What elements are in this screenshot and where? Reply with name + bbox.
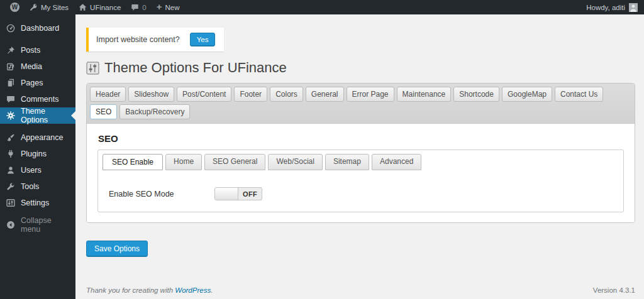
footer-thanks-text: Thank you for creating with xyxy=(86,286,173,294)
sidebar-item-settings[interactable]: Settings xyxy=(0,195,75,211)
seo-mode-toggle[interactable]: OFF xyxy=(214,187,262,200)
tab-row-2: SEO Backup/Recovery xyxy=(90,104,631,119)
sidebar-item-appearance[interactable]: Appearance xyxy=(0,129,75,146)
enable-seo-mode-label: Enable SEO Mode xyxy=(109,190,214,198)
sidebar-item-theme-options[interactable]: Theme Options xyxy=(0,107,75,124)
sidebar-item-label: Dashboard xyxy=(21,24,59,33)
home-icon xyxy=(79,3,87,11)
tab-seo[interactable]: SEO xyxy=(90,104,117,119)
tabs-header: Header Slideshow Post/Content Footer Col… xyxy=(87,84,635,124)
tab-slideshow[interactable]: Slideshow xyxy=(128,87,174,102)
pushpin-icon xyxy=(6,46,15,55)
page-title: Theme Options For UFinance xyxy=(86,60,635,76)
wordpress-link[interactable]: WordPress xyxy=(175,286,211,294)
admin-sidebar: Dashboard Posts Media Pages Comments The… xyxy=(0,14,75,299)
tab-error-page[interactable]: Error Page xyxy=(347,87,394,102)
sidebar-item-label: Settings xyxy=(21,198,49,207)
site-name-menu[interactable]: UFinance xyxy=(74,0,126,14)
user-icon xyxy=(6,166,15,175)
plug-icon xyxy=(6,150,15,158)
subtab-seo-enable[interactable]: SEO Enable xyxy=(103,154,163,170)
my-sites-label: My Sites xyxy=(41,4,69,11)
sidebar-item-label: Tools xyxy=(21,182,39,191)
tab-row-1: Header Slideshow Post/Content Footer Col… xyxy=(90,87,631,102)
sidebar-item-label: Theme Options xyxy=(21,107,72,124)
sidebar-item-comments[interactable]: Comments xyxy=(0,91,75,107)
save-options-button[interactable]: Save Options xyxy=(86,241,148,257)
sidebar-item-pages[interactable]: Pages xyxy=(0,75,75,91)
seo-panel-heading: SEO xyxy=(98,133,624,144)
subtab-advanced[interactable]: Advanced xyxy=(372,154,421,170)
sidebar-item-label: Appearance xyxy=(21,133,63,142)
subtab-home[interactable]: Home xyxy=(165,154,202,170)
admin-bar: W My Sites UFinance 0 + New Howdy, aditi xyxy=(0,0,644,14)
wrench-icon xyxy=(6,182,15,191)
my-sites-menu[interactable]: My Sites xyxy=(25,0,74,14)
tab-backup-recovery[interactable]: Backup/Recovery xyxy=(119,104,190,119)
sidebar-item-dashboard[interactable]: Dashboard xyxy=(0,20,75,36)
toggle-knob[interactable] xyxy=(215,188,238,200)
tab-colors[interactable]: Colors xyxy=(270,87,303,102)
footer-version: Version 4.3.1 xyxy=(593,286,635,294)
media-icon xyxy=(6,62,15,71)
sidebar-item-collapse-menu[interactable]: Collapse menu xyxy=(0,217,75,233)
page-title-text: Theme Options For UFinance xyxy=(104,60,287,76)
gear-icon xyxy=(6,111,15,120)
howdy-text: Howdy, aditi xyxy=(586,4,625,11)
seo-subtab-row: SEO Enable Home SEO General Web/Social S… xyxy=(103,154,617,170)
sidebar-item-label: Pages xyxy=(21,79,43,87)
new-content-menu[interactable]: + New xyxy=(152,0,185,14)
comments-icon xyxy=(6,95,15,104)
subtab-sitemap[interactable]: Sitemap xyxy=(325,154,369,170)
sidebar-item-posts[interactable]: Posts xyxy=(0,42,75,58)
tab-post-content[interactable]: Post/Content xyxy=(177,87,231,102)
subtab-seo-general[interactable]: SEO General xyxy=(204,154,265,170)
sidebar-item-label: Plugins xyxy=(21,150,47,158)
comments-menu[interactable]: 0 xyxy=(126,0,151,14)
sidebar-item-label: Media xyxy=(21,62,42,71)
new-label: New xyxy=(165,4,179,11)
pages-icon xyxy=(6,79,15,87)
tab-googlemap[interactable]: GoogleMap xyxy=(502,87,552,102)
tab-contact-us[interactable]: Contact Us xyxy=(555,87,603,102)
paintbrush-icon xyxy=(6,133,15,142)
wordpress-logo-icon: W xyxy=(10,3,19,12)
seo-tab-panel: SEO SEO Enable Home SEO General Web/Soci… xyxy=(87,124,635,222)
notice-text: Import website content? xyxy=(96,35,180,44)
comment-bubble-icon xyxy=(131,3,139,11)
collapse-arrow-icon xyxy=(6,220,15,229)
tab-footer[interactable]: Footer xyxy=(234,87,267,102)
network-key-icon xyxy=(30,3,38,11)
tab-general[interactable]: General xyxy=(306,87,344,102)
comment-count: 0 xyxy=(142,4,146,11)
import-content-notice: Import website content? Yes xyxy=(86,28,224,52)
content-area: Import website content? Yes Theme Option… xyxy=(75,14,644,299)
import-yes-button[interactable]: Yes xyxy=(190,33,216,46)
seo-subtabs-widget: SEO Enable Home SEO General Web/Social S… xyxy=(97,150,624,212)
subtab-web-social[interactable]: Web/Social xyxy=(268,154,322,170)
plus-icon: + xyxy=(157,2,162,11)
footer-thanks: Thank you for creating with WordPress. xyxy=(86,286,213,294)
tab-shortcode[interactable]: Shortcode xyxy=(453,87,499,102)
sidebar-item-label: Posts xyxy=(21,46,40,55)
wordpress-logo-menu[interactable]: W xyxy=(5,0,25,14)
enable-seo-mode-row: Enable SEO Mode OFF xyxy=(109,187,617,200)
tab-header[interactable]: Header xyxy=(90,87,126,102)
theme-options-tabs-widget: Header Slideshow Post/Content Footer Col… xyxy=(86,83,635,223)
account-menu[interactable]: Howdy, aditi xyxy=(586,3,638,12)
sidebar-item-media[interactable]: Media xyxy=(0,58,75,75)
sidebar-item-tools[interactable]: Tools xyxy=(0,178,75,195)
toggle-state-label: OFF xyxy=(238,188,262,200)
site-name-label: UFinance xyxy=(90,4,121,11)
settings-sliders-icon xyxy=(6,198,15,207)
theme-options-icon xyxy=(86,62,99,75)
sidebar-item-plugins[interactable]: Plugins xyxy=(0,146,75,162)
sidebar-item-users[interactable]: Users xyxy=(0,162,75,178)
footer: Thank you for creating with WordPress. V… xyxy=(86,286,635,294)
dashboard-icon xyxy=(6,24,15,33)
sidebar-item-label: Comments xyxy=(21,95,58,104)
footer-period: . xyxy=(211,286,213,294)
tab-maintenance[interactable]: Maintenance xyxy=(397,87,452,102)
sidebar-item-label: Collapse menu xyxy=(21,216,72,234)
user-avatar xyxy=(629,3,638,12)
